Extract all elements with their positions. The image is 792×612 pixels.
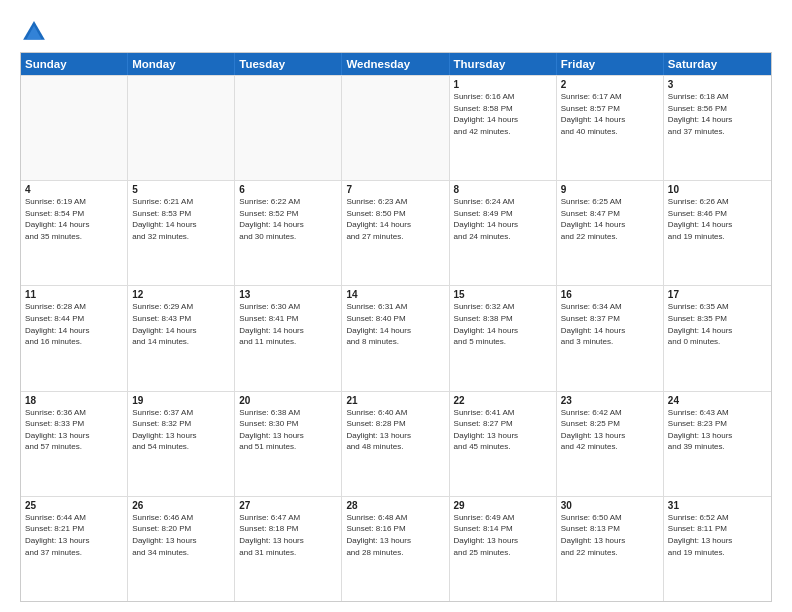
day-number: 1	[454, 79, 552, 90]
calendar-day-20: 20Sunrise: 6:38 AMSunset: 8:30 PMDayligh…	[235, 392, 342, 496]
calendar-day-19: 19Sunrise: 6:37 AMSunset: 8:32 PMDayligh…	[128, 392, 235, 496]
day-info: Sunrise: 6:52 AMSunset: 8:11 PMDaylight:…	[668, 512, 767, 558]
day-number: 10	[668, 184, 767, 195]
day-number: 9	[561, 184, 659, 195]
day-info: Sunrise: 6:29 AMSunset: 8:43 PMDaylight:…	[132, 301, 230, 347]
calendar-day-8: 8Sunrise: 6:24 AMSunset: 8:49 PMDaylight…	[450, 181, 557, 285]
day-info: Sunrise: 6:36 AMSunset: 8:33 PMDaylight:…	[25, 407, 123, 453]
day-number: 15	[454, 289, 552, 300]
calendar-header: SundayMondayTuesdayWednesdayThursdayFrid…	[21, 53, 771, 75]
calendar-week-1: 1Sunrise: 6:16 AMSunset: 8:58 PMDaylight…	[21, 75, 771, 180]
day-number: 4	[25, 184, 123, 195]
day-info: Sunrise: 6:43 AMSunset: 8:23 PMDaylight:…	[668, 407, 767, 453]
day-number: 27	[239, 500, 337, 511]
calendar-day-31: 31Sunrise: 6:52 AMSunset: 8:11 PMDayligh…	[664, 497, 771, 601]
day-number: 29	[454, 500, 552, 511]
logo	[20, 18, 52, 46]
day-number: 19	[132, 395, 230, 406]
header-day-thursday: Thursday	[450, 53, 557, 75]
header-day-friday: Friday	[557, 53, 664, 75]
day-number: 31	[668, 500, 767, 511]
day-info: Sunrise: 6:46 AMSunset: 8:20 PMDaylight:…	[132, 512, 230, 558]
header-day-saturday: Saturday	[664, 53, 771, 75]
calendar-day-15: 15Sunrise: 6:32 AMSunset: 8:38 PMDayligh…	[450, 286, 557, 390]
day-info: Sunrise: 6:23 AMSunset: 8:50 PMDaylight:…	[346, 196, 444, 242]
calendar-day-21: 21Sunrise: 6:40 AMSunset: 8:28 PMDayligh…	[342, 392, 449, 496]
day-info: Sunrise: 6:35 AMSunset: 8:35 PMDaylight:…	[668, 301, 767, 347]
day-info: Sunrise: 6:18 AMSunset: 8:56 PMDaylight:…	[668, 91, 767, 137]
day-number: 3	[668, 79, 767, 90]
day-number: 14	[346, 289, 444, 300]
calendar-week-4: 18Sunrise: 6:36 AMSunset: 8:33 PMDayligh…	[21, 391, 771, 496]
calendar-day-14: 14Sunrise: 6:31 AMSunset: 8:40 PMDayligh…	[342, 286, 449, 390]
day-info: Sunrise: 6:47 AMSunset: 8:18 PMDaylight:…	[239, 512, 337, 558]
calendar-week-5: 25Sunrise: 6:44 AMSunset: 8:21 PMDayligh…	[21, 496, 771, 601]
day-info: Sunrise: 6:21 AMSunset: 8:53 PMDaylight:…	[132, 196, 230, 242]
day-info: Sunrise: 6:48 AMSunset: 8:16 PMDaylight:…	[346, 512, 444, 558]
calendar-day-9: 9Sunrise: 6:25 AMSunset: 8:47 PMDaylight…	[557, 181, 664, 285]
day-info: Sunrise: 6:31 AMSunset: 8:40 PMDaylight:…	[346, 301, 444, 347]
day-number: 22	[454, 395, 552, 406]
header-day-tuesday: Tuesday	[235, 53, 342, 75]
day-info: Sunrise: 6:19 AMSunset: 8:54 PMDaylight:…	[25, 196, 123, 242]
day-number: 30	[561, 500, 659, 511]
calendar-day-10: 10Sunrise: 6:26 AMSunset: 8:46 PMDayligh…	[664, 181, 771, 285]
calendar-day-5: 5Sunrise: 6:21 AMSunset: 8:53 PMDaylight…	[128, 181, 235, 285]
day-info: Sunrise: 6:40 AMSunset: 8:28 PMDaylight:…	[346, 407, 444, 453]
calendar-day-12: 12Sunrise: 6:29 AMSunset: 8:43 PMDayligh…	[128, 286, 235, 390]
calendar-day-27: 27Sunrise: 6:47 AMSunset: 8:18 PMDayligh…	[235, 497, 342, 601]
calendar-day-28: 28Sunrise: 6:48 AMSunset: 8:16 PMDayligh…	[342, 497, 449, 601]
day-info: Sunrise: 6:37 AMSunset: 8:32 PMDaylight:…	[132, 407, 230, 453]
header	[20, 18, 772, 46]
day-number: 8	[454, 184, 552, 195]
calendar: SundayMondayTuesdayWednesdayThursdayFrid…	[20, 52, 772, 602]
day-info: Sunrise: 6:24 AMSunset: 8:49 PMDaylight:…	[454, 196, 552, 242]
calendar-day-25: 25Sunrise: 6:44 AMSunset: 8:21 PMDayligh…	[21, 497, 128, 601]
day-info: Sunrise: 6:25 AMSunset: 8:47 PMDaylight:…	[561, 196, 659, 242]
day-number: 25	[25, 500, 123, 511]
day-info: Sunrise: 6:16 AMSunset: 8:58 PMDaylight:…	[454, 91, 552, 137]
header-day-monday: Monday	[128, 53, 235, 75]
calendar-empty	[128, 76, 235, 180]
day-info: Sunrise: 6:41 AMSunset: 8:27 PMDaylight:…	[454, 407, 552, 453]
calendar-week-3: 11Sunrise: 6:28 AMSunset: 8:44 PMDayligh…	[21, 285, 771, 390]
day-info: Sunrise: 6:28 AMSunset: 8:44 PMDaylight:…	[25, 301, 123, 347]
day-number: 12	[132, 289, 230, 300]
day-number: 7	[346, 184, 444, 195]
day-number: 21	[346, 395, 444, 406]
day-number: 18	[25, 395, 123, 406]
day-number: 23	[561, 395, 659, 406]
calendar-day-1: 1Sunrise: 6:16 AMSunset: 8:58 PMDaylight…	[450, 76, 557, 180]
day-number: 11	[25, 289, 123, 300]
calendar-week-2: 4Sunrise: 6:19 AMSunset: 8:54 PMDaylight…	[21, 180, 771, 285]
calendar-day-24: 24Sunrise: 6:43 AMSunset: 8:23 PMDayligh…	[664, 392, 771, 496]
day-info: Sunrise: 6:26 AMSunset: 8:46 PMDaylight:…	[668, 196, 767, 242]
day-number: 17	[668, 289, 767, 300]
calendar-empty	[21, 76, 128, 180]
calendar-day-18: 18Sunrise: 6:36 AMSunset: 8:33 PMDayligh…	[21, 392, 128, 496]
calendar-day-13: 13Sunrise: 6:30 AMSunset: 8:41 PMDayligh…	[235, 286, 342, 390]
calendar-day-30: 30Sunrise: 6:50 AMSunset: 8:13 PMDayligh…	[557, 497, 664, 601]
day-info: Sunrise: 6:34 AMSunset: 8:37 PMDaylight:…	[561, 301, 659, 347]
day-info: Sunrise: 6:50 AMSunset: 8:13 PMDaylight:…	[561, 512, 659, 558]
calendar-day-22: 22Sunrise: 6:41 AMSunset: 8:27 PMDayligh…	[450, 392, 557, 496]
calendar-day-2: 2Sunrise: 6:17 AMSunset: 8:57 PMDaylight…	[557, 76, 664, 180]
calendar-day-6: 6Sunrise: 6:22 AMSunset: 8:52 PMDaylight…	[235, 181, 342, 285]
calendar-body: 1Sunrise: 6:16 AMSunset: 8:58 PMDaylight…	[21, 75, 771, 601]
day-number: 20	[239, 395, 337, 406]
calendar-empty	[235, 76, 342, 180]
day-info: Sunrise: 6:42 AMSunset: 8:25 PMDaylight:…	[561, 407, 659, 453]
day-number: 28	[346, 500, 444, 511]
day-number: 5	[132, 184, 230, 195]
day-number: 24	[668, 395, 767, 406]
day-number: 16	[561, 289, 659, 300]
calendar-day-23: 23Sunrise: 6:42 AMSunset: 8:25 PMDayligh…	[557, 392, 664, 496]
day-info: Sunrise: 6:22 AMSunset: 8:52 PMDaylight:…	[239, 196, 337, 242]
day-number: 2	[561, 79, 659, 90]
calendar-day-26: 26Sunrise: 6:46 AMSunset: 8:20 PMDayligh…	[128, 497, 235, 601]
calendar-day-7: 7Sunrise: 6:23 AMSunset: 8:50 PMDaylight…	[342, 181, 449, 285]
day-info: Sunrise: 6:38 AMSunset: 8:30 PMDaylight:…	[239, 407, 337, 453]
header-day-wednesday: Wednesday	[342, 53, 449, 75]
day-number: 26	[132, 500, 230, 511]
calendar-day-3: 3Sunrise: 6:18 AMSunset: 8:56 PMDaylight…	[664, 76, 771, 180]
